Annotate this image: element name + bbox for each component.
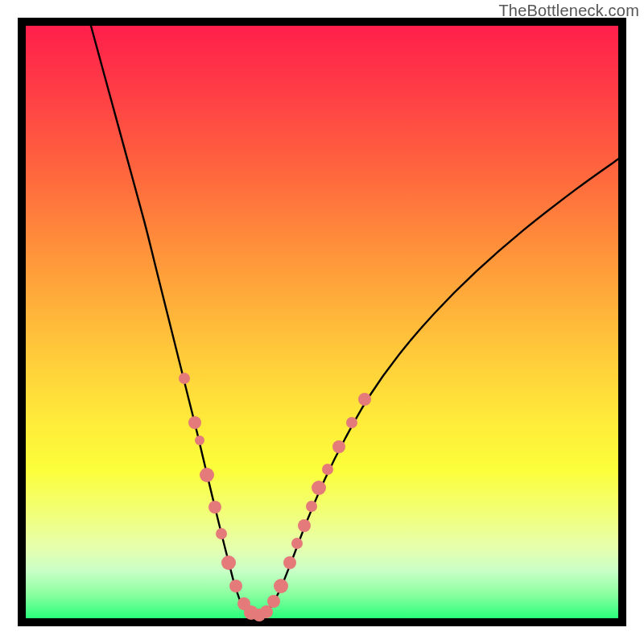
data-marker xyxy=(195,436,204,445)
chart-frame xyxy=(18,18,626,626)
data-marker xyxy=(221,555,236,570)
curve-right-branch xyxy=(271,159,618,607)
chart-stage: TheBottleneck.com xyxy=(0,0,644,644)
data-marker xyxy=(346,417,357,428)
data-marker xyxy=(312,481,326,495)
data-marker xyxy=(322,464,333,475)
data-marker xyxy=(274,579,288,593)
data-marker xyxy=(283,556,296,569)
data-marker xyxy=(229,580,242,592)
data-marker xyxy=(179,373,190,384)
curve-svg xyxy=(26,26,618,618)
data-marker xyxy=(188,416,201,429)
data-marker xyxy=(306,501,317,512)
data-marker xyxy=(200,468,214,482)
data-marker xyxy=(208,501,221,514)
data-marker xyxy=(291,538,303,549)
data-marker xyxy=(267,595,280,608)
data-marker xyxy=(332,440,345,453)
plot-area xyxy=(26,26,618,618)
data-marker xyxy=(358,393,371,406)
data-marker xyxy=(298,519,311,532)
data-marker xyxy=(216,528,227,539)
curve-left-branch xyxy=(91,26,242,606)
